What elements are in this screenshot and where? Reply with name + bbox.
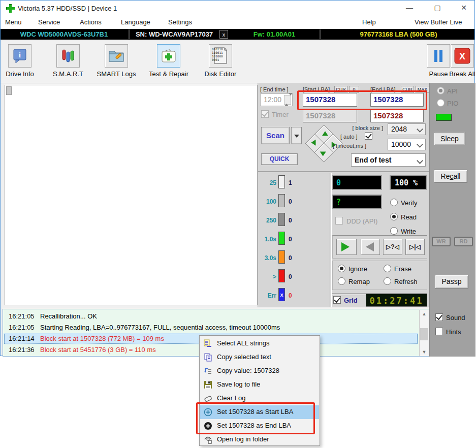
hints-label: Hints xyxy=(446,328,461,336)
scan-dropdown-button[interactable] xyxy=(291,127,302,144)
scroll-up-icon[interactable]: ▲ xyxy=(420,310,429,318)
right-sidebar: API PIO Sleep Recall WR RD Passp Sound H… xyxy=(429,83,475,357)
chevron-down-icon xyxy=(417,157,423,164)
menu-item-open-log-folder[interactable]: Open log in folder xyxy=(200,433,319,446)
latency-25-block xyxy=(278,175,285,188)
log-row[interactable]: 16:21:05 Starting Reading, LBA=0..976773… xyxy=(4,322,418,333)
api-radio[interactable] xyxy=(437,87,445,94)
test-repair-icon xyxy=(157,44,180,68)
menu-item-service[interactable]: Service xyxy=(38,18,60,26)
read-label: Read xyxy=(401,213,417,221)
end-lba-max-button[interactable]: MAX xyxy=(416,86,429,93)
binary-text: 010110 110011 101000 0001 xyxy=(212,47,230,61)
menu-item-label: Open log in folder xyxy=(217,435,269,443)
remap-radio[interactable] xyxy=(338,277,345,285)
grid-checkbox[interactable] xyxy=(333,296,341,304)
menu-item-select-all[interactable]: Select ALL strings xyxy=(200,337,319,350)
end-lba-shadow-field: 1507328 xyxy=(370,109,424,122)
scan-button[interactable]: Scan xyxy=(261,127,290,144)
menu-item-label: Set 1507328 as Start LBA xyxy=(217,408,293,415)
timer-checkbox[interactable] xyxy=(261,110,269,118)
disk-editor-button[interactable]: 010110 110011 101000 0001 Disk Editor xyxy=(202,44,239,78)
minimize-button[interactable]: — xyxy=(398,1,421,15)
refresh-radio[interactable] xyxy=(384,277,391,285)
latency-3s-count: 0 xyxy=(289,254,292,262)
block-size-dropdown[interactable]: 2048 xyxy=(388,123,426,135)
test-repair-button[interactable]: Test & Repair xyxy=(146,44,191,78)
maximize-button[interactable]: ▢ xyxy=(426,1,449,15)
end-lba-input[interactable]: 1507328 xyxy=(370,93,424,107)
latency-25-count: 1 xyxy=(289,179,292,186)
read-radio[interactable] xyxy=(390,213,398,220)
menu-item-menu[interactable]: Menu xyxy=(5,18,22,26)
drive-info-button[interactable]: i Drive Info xyxy=(3,44,37,78)
sleep-label: Sleep xyxy=(440,135,459,143)
elapsed-time-clock: 01:27:41 xyxy=(366,294,427,307)
menu-item-save-log[interactable]: Save log to file xyxy=(200,378,319,392)
end-time-spinner[interactable]: 12:00 xyxy=(260,93,293,106)
ddd-api-checkbox[interactable] xyxy=(335,217,343,225)
wr-button[interactable]: WR xyxy=(432,237,451,246)
write-radio[interactable] xyxy=(390,227,398,235)
divider xyxy=(330,173,332,307)
auto-checkbox[interactable] xyxy=(365,132,372,140)
menu-item-set-end-lba[interactable]: Set 1507328 as End LBA xyxy=(200,419,319,433)
menu-item-actions[interactable]: Actions xyxy=(80,18,102,26)
log-row[interactable]: 16:21:05 Recallibration... OK xyxy=(4,311,418,322)
hints-checkbox[interactable] xyxy=(435,328,443,335)
quick-button[interactable]: QUICK xyxy=(261,153,298,165)
scroll-down-icon[interactable]: ▼ xyxy=(420,348,429,356)
break-all-button[interactable]: X Break All xyxy=(449,44,476,78)
rd-button[interactable]: RD xyxy=(454,237,473,246)
skip-question-button[interactable]: ▷?◁ xyxy=(383,239,402,255)
activity-led xyxy=(436,114,452,121)
disk-editor-label: Disk Editor xyxy=(202,70,239,78)
end-lba-label: [End LBA] xyxy=(370,86,396,92)
graph-legend-chip xyxy=(6,86,12,95)
menu-item-copy-text[interactable]: Copy selected text xyxy=(200,350,319,364)
refresh-label: Refresh xyxy=(394,278,418,285)
start-lba-cur-button[interactable]: CUR xyxy=(334,86,347,93)
start-lba-zero-button[interactable]: 0 xyxy=(349,86,359,93)
erase-radio[interactable] xyxy=(384,265,391,272)
pio-radio[interactable] xyxy=(437,99,445,107)
break-all-label: Break All xyxy=(449,70,476,78)
smart-label: S.M.A.R.T xyxy=(49,70,87,78)
step-button[interactable]: ▷|◁ xyxy=(405,239,425,255)
sound-checkbox[interactable] xyxy=(435,313,443,321)
menu-item-help[interactable]: Help xyxy=(362,18,376,26)
latency-25-label: 25 xyxy=(258,179,276,186)
log-scrollbar[interactable]: ▲ ▼ xyxy=(419,310,429,356)
sleep-button[interactable]: Sleep xyxy=(434,132,465,145)
recall-button[interactable]: Recall xyxy=(434,170,467,183)
device-info-bar: WDC WD5000AVDS-63U7B1 SN: WD-WCAV9AP1703… xyxy=(1,29,474,40)
menu-item-set-start-lba[interactable]: Set 1507328 as Start LBA xyxy=(200,405,319,419)
device-close-badge[interactable]: x xyxy=(219,30,228,39)
latency-250-count: 0 xyxy=(289,217,292,224)
device-firmware: Fw: 01.00A01 xyxy=(230,30,319,38)
latency-250-block xyxy=(278,213,285,226)
end-lba-cur-button[interactable]: CUR xyxy=(401,86,414,93)
skip-icon: ▷?◁ xyxy=(386,243,399,250)
menu-item-clear-log[interactable]: Clear Log xyxy=(200,392,319,405)
menu-item-settings[interactable]: Settings xyxy=(168,18,192,26)
menu-item-language[interactable]: Language xyxy=(121,18,150,26)
verify-radio[interactable] xyxy=(390,199,398,206)
reverse-button[interactable] xyxy=(361,239,380,255)
scrollbar-thumb[interactable] xyxy=(420,328,428,340)
menu-item-view-buffer-live[interactable]: View Buffer Live xyxy=(415,18,462,26)
passp-button[interactable]: Passp xyxy=(435,275,468,289)
spinner-arrows[interactable] xyxy=(284,95,291,105)
smart-button[interactable]: S.M.A.R.T xyxy=(49,44,87,78)
smart-logs-button[interactable]: SMART Logs xyxy=(95,44,138,78)
close-button[interactable]: ✕ xyxy=(453,1,475,15)
start-lba-input[interactable]: 1507328 xyxy=(303,93,357,107)
drive-info-icon: i xyxy=(8,44,31,68)
start-test-button[interactable] xyxy=(336,239,357,255)
chevron-down-icon xyxy=(294,135,299,138)
end-of-test-dropdown[interactable]: End of test xyxy=(351,153,426,167)
ignore-radio[interactable] xyxy=(338,265,345,272)
position-lcd: 0 xyxy=(332,175,382,190)
timeout-dropdown[interactable]: 10000 xyxy=(388,139,426,150)
menu-item-copy-value[interactable]: Copy value: 1507328 xyxy=(200,364,319,378)
